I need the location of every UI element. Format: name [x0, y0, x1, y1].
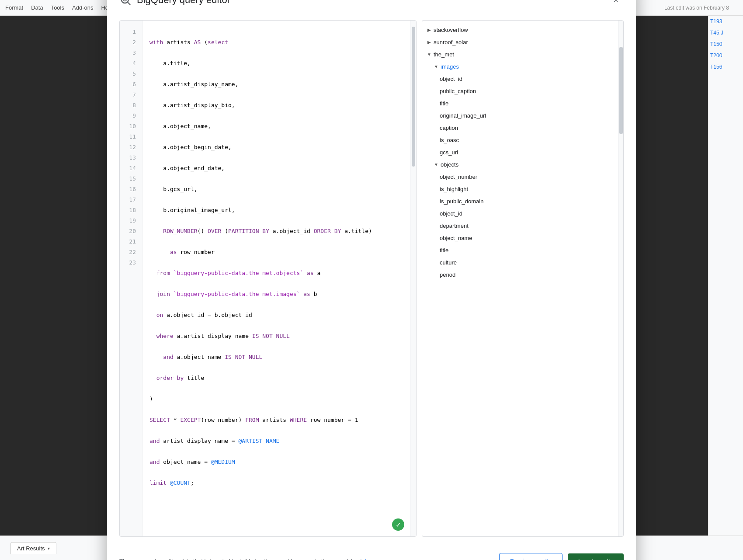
code-line-3: a.artist_display_name,: [149, 79, 403, 90]
line-num-11: 11: [129, 132, 142, 142]
line-num-21: 21: [129, 237, 142, 247]
line-numbers: 1 2 3 4 5 6 7 8 9 10 11 12 13 14 15 16 1: [120, 21, 142, 536]
line-num-23: 23: [129, 257, 142, 268]
tree-item-images[interactable]: ▼ images: [422, 61, 618, 73]
tree-label-object-id-1: object_id: [440, 74, 462, 84]
menu-addons[interactable]: Add-ons: [72, 4, 93, 11]
tree-scrollbar-thumb: [619, 47, 623, 134]
tree-label-department: department: [440, 221, 469, 231]
tree-item-is-public-domain: is_public_domain: [422, 195, 618, 208]
right-link-2[interactable]: T45.J: [708, 27, 743, 38]
code-line-17: order by title: [149, 373, 403, 383]
right-link-3[interactable]: T150: [708, 38, 743, 50]
code-line-16: and a.object_name IS NOT NULL: [149, 352, 403, 362]
code-line-14: on a.object_id = b.object_id: [149, 310, 403, 320]
dialog-title: BigQuery query editor: [137, 0, 608, 6]
chevron-down-icon: ▼: [426, 51, 433, 58]
tree-item-original-image-url: original_image_url: [422, 110, 618, 122]
line-num-19: 19: [129, 216, 142, 226]
tree-scrollbar[interactable]: [618, 21, 623, 536]
tree-label-object-id-2: object_id: [440, 209, 462, 219]
tree-label-caption: caption: [440, 123, 458, 133]
tree-item-objects[interactable]: ▼ objects: [422, 159, 618, 171]
chevron-right-icon: ▶: [426, 27, 433, 34]
line-num-22: 22: [129, 247, 142, 257]
tree-label-object-name: object_name: [440, 233, 472, 243]
tree-item-gcs-url: gcs_url: [422, 146, 618, 159]
search-icon: [119, 0, 132, 6]
success-check-icon: ✓: [392, 518, 404, 531]
line-num-6: 6: [132, 79, 142, 90]
line-num-18: 18: [129, 205, 142, 216]
code-line-19: SELECT * EXCEPT(row_number) FROM artists…: [149, 415, 403, 425]
menu-data[interactable]: Data: [31, 4, 43, 11]
tree-item-caption: caption: [422, 122, 618, 134]
tree-label-is-oasc: is_oasc: [440, 136, 459, 145]
code-line-15: where a.artist_display_name IS NOT NULL: [149, 331, 403, 341]
tree-item-department: department: [422, 220, 618, 232]
tree-item-sunroof-solar[interactable]: ▶ sunroof_solar: [422, 36, 618, 49]
footer-description: The query and resulting data that is ins…: [119, 557, 490, 560]
code-line-4: a.artist_display_bio,: [149, 100, 403, 111]
right-link-4[interactable]: T200: [708, 50, 743, 61]
line-num-7: 7: [132, 90, 142, 100]
right-link-5[interactable]: T156: [708, 61, 743, 73]
tree-item-object-id-2: object_id: [422, 208, 618, 220]
tree-item-culture: culture: [422, 257, 618, 269]
code-line-7: a.object_end_date,: [149, 163, 403, 174]
code-line-10: ROW_NUMBER() OVER (PARTITION BY a.object…: [149, 226, 403, 237]
line-num-2: 2: [132, 37, 142, 48]
line-num-10: 10: [129, 121, 142, 132]
tree-label-the-met: the_met: [434, 50, 454, 59]
code-line-11: as row_number: [149, 247, 403, 257]
code-line-21: and object_name = @MEDIUM: [149, 457, 403, 467]
code-line-22: limit @COUNT;: [149, 478, 403, 488]
code-line-18: ): [149, 394, 403, 404]
tree-label-gcs-url: gcs_url: [440, 148, 458, 157]
tree-item-stackoverflow[interactable]: ▶ stackoverflow: [422, 24, 618, 36]
right-link-1[interactable]: T193: [708, 16, 743, 27]
tree-item-period: period: [422, 269, 618, 281]
line-num-16: 16: [129, 184, 142, 195]
tree-label-is-public-domain: is_public_domain: [440, 197, 483, 206]
learn-more-link-text[interactable]: Learn more: [365, 558, 394, 560]
chevron-right-icon: ▶: [426, 39, 433, 46]
code-line-5: a.object_name,: [149, 121, 403, 132]
bigquery-dialog: BigQuery query editor × 1 2 3 4 5 6 7 8 …: [107, 0, 636, 560]
close-button[interactable]: ×: [608, 0, 624, 8]
chevron-down-icon: ▼: [433, 161, 440, 168]
chevron-down-icon: ▼: [433, 63, 440, 70]
sheet-tab-arrow-icon: ▾: [48, 546, 50, 551]
code-line-1: with artists AS (select: [149, 37, 403, 48]
line-num-3: 3: [132, 48, 142, 58]
tree-label-public-caption: public_caption: [440, 87, 476, 96]
insert-results-button[interactable]: Insert results: [568, 553, 624, 560]
line-num-5: 5: [132, 69, 142, 79]
code-line-9: b.original_image_url,: [149, 205, 403, 216]
dialog-header: BigQuery query editor ×: [107, 0, 636, 15]
line-num-8: 8: [132, 100, 142, 111]
tree-item-object-name: object_name: [422, 232, 618, 244]
code-line-2: a.title,: [149, 58, 403, 69]
line-num-4: 4: [132, 58, 142, 69]
code-scrollbar[interactable]: [410, 21, 416, 536]
tree-label-images: images: [441, 62, 459, 72]
code-line-23: [149, 499, 403, 509]
tree-item-the-met[interactable]: ▼ the_met: [422, 49, 618, 61]
line-num-17: 17: [129, 195, 142, 205]
code-scrollbar-thumb: [412, 27, 415, 167]
code-line-8: b.gcs_url,: [149, 184, 403, 195]
sheet-tab-art-results[interactable]: Art Results ▾: [10, 542, 56, 554]
sheet-tab-label: Art Results: [17, 545, 45, 552]
line-num-14: 14: [129, 163, 142, 174]
tree-item-is-oasc: is_oasc: [422, 134, 618, 146]
right-column: T193 T45.J T150 T200 T156: [708, 16, 743, 536]
line-num-12: 12: [129, 142, 142, 153]
code-textarea[interactable]: with artists AS (select a.title, a.artis…: [142, 21, 410, 536]
menu-format[interactable]: Format: [5, 4, 23, 11]
code-line-6: a.object_begin_date,: [149, 142, 403, 153]
menu-tools[interactable]: Tools: [51, 4, 64, 11]
tree-label-title-1: title: [440, 99, 448, 108]
footer-text-main: The query and resulting data that is ins…: [119, 558, 364, 560]
preview-results-button[interactable]: Preview results: [499, 553, 562, 560]
